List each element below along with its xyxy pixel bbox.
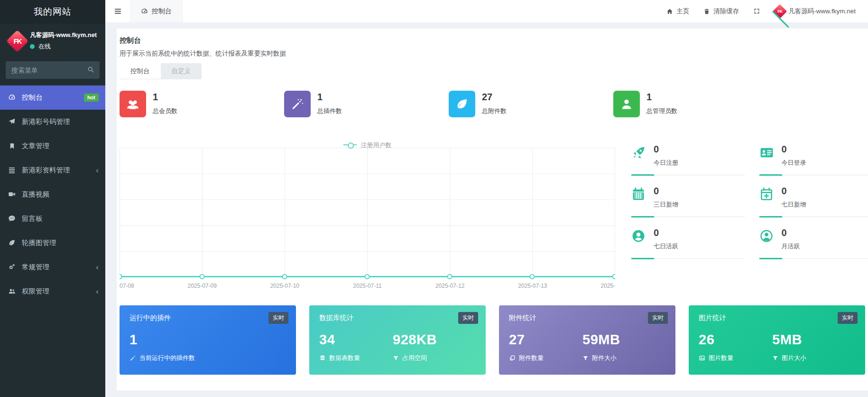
sidebar: 我的网站 FK 凡客源码-www.fkym.net 在线 控制台 hot 新港彩…	[0, 0, 105, 397]
mini-stat-today-register: 0 今日注册	[631, 144, 745, 175]
sidebar-toggle-button[interactable]	[105, 0, 130, 22]
chart-point	[282, 274, 287, 279]
page-description: 用于展示当前系统中的统计数据、统计报表及重要实时数据	[120, 49, 868, 58]
mini-stat-7day-new: 0 七日新增	[759, 186, 868, 217]
stat-label: 总会员数	[153, 107, 177, 115]
tab-custom[interactable]: 自定义	[161, 63, 202, 79]
card-value-2: 928KB	[393, 332, 437, 348]
x-tick: 2025-07-09	[187, 283, 216, 289]
copy-icon	[509, 355, 516, 361]
sidebar-item-permissions[interactable]: 权限管理 ‹	[0, 279, 105, 303]
online-status: 在线	[30, 42, 97, 51]
fullscreen-button[interactable]	[753, 8, 760, 15]
id-card-icon	[759, 144, 782, 167]
legend-marker-icon	[343, 144, 357, 145]
x-tick: 2025-07-13	[518, 283, 547, 289]
mini-stat-today-login: 0 今日登录	[759, 144, 868, 175]
bookmark-icon	[7, 142, 17, 151]
topbar-brand[interactable]: FK 凡客源码-www.fkym.net	[775, 6, 856, 17]
chart-point	[529, 274, 535, 279]
sidebar-item-articles[interactable]: 文章管理	[0, 134, 105, 158]
sidebar-item-number-manage[interactable]: 新港彩号码管理	[0, 110, 105, 134]
card-running-plugins: 运行中的插件 实时 1 当前运行中的插件数	[120, 305, 296, 375]
topbar-brand-label: 凡客源码-www.fkym.net	[788, 7, 856, 16]
chevron-left-icon: ‹	[96, 166, 99, 174]
sidebar-item-live-video[interactable]: 直播视频	[0, 182, 105, 207]
site-title: 我的网站	[0, 0, 105, 24]
summary-cards-row: 运行中的插件 实时 1 当前运行中的插件数 数据库统计 实时 34 928KB	[120, 305, 868, 375]
home-icon	[666, 8, 673, 15]
user-panel: FK 凡客源码-www.fkym.net 在线	[0, 24, 105, 57]
stats-row: 1 总会员数 1 总插件数 27 总附件数	[120, 91, 868, 117]
mini-stat-label: 今日登录	[782, 159, 806, 167]
sidebar-item-label: 新港彩号码管理	[22, 117, 70, 126]
realtime-badge: 实时	[838, 312, 858, 324]
clear-cache-button[interactable]: 清除缓存	[703, 7, 739, 16]
realtime-badge: 实时	[458, 312, 478, 324]
user-circle-outline-icon	[759, 227, 782, 251]
topbar-tab-dashboard[interactable]: 控制台	[130, 0, 183, 22]
mini-stat-7day-active: 0 七日活跃	[631, 227, 745, 259]
topbar-tab-label: 控制台	[152, 7, 172, 16]
mini-stat-3day-new: 0 三日新增	[631, 186, 745, 217]
sidebar-item-label: 权限管理	[22, 287, 49, 296]
database-icon	[319, 355, 326, 361]
brand-logo: FK	[773, 4, 787, 19]
legend-label: 注册用户数	[361, 142, 392, 149]
video-icon	[7, 190, 17, 199]
user-circle-icon	[631, 227, 654, 251]
mini-stat-value: 0	[654, 227, 678, 238]
sidebar-item-data-manage[interactable]: 新港彩资料管理 ‹	[0, 158, 105, 182]
card-value: 26	[699, 332, 772, 348]
panel-tabs: 控制台 自定义	[120, 63, 202, 79]
card-value: 34	[319, 332, 393, 348]
card-foot-label: 附件大小	[592, 354, 617, 362]
stat-value: 1	[317, 92, 342, 103]
x-tick: 07-08	[120, 283, 134, 289]
x-tick: 2025-07-14	[600, 283, 615, 289]
chart-point	[447, 274, 452, 279]
brand-name: 凡客源码-www.fkym.net	[30, 31, 97, 38]
card-title: 图片统计	[699, 313, 855, 322]
card-value-2: 59MB	[582, 332, 620, 348]
realtime-badge: 实时	[648, 312, 668, 324]
chevron-left-icon: ‹	[96, 263, 99, 271]
card-attachment-stats: 附件统计 实时 27 59MB 附件数量 附件大小	[499, 305, 675, 375]
card-foot-label: 图片大小	[782, 354, 806, 362]
chart-legend[interactable]: 注册用户数	[120, 141, 615, 150]
search-icon	[87, 66, 94, 73]
stat-value: 27	[482, 92, 507, 103]
sidebar-item-carousel[interactable]: 轮播图管理	[0, 231, 105, 255]
magic-wand-icon	[284, 91, 311, 117]
stat-total-members: 1 总会员数	[120, 91, 284, 117]
card-value: 27	[509, 332, 582, 348]
paper-plane-icon	[7, 118, 17, 126]
tab-dashboard[interactable]: 控制台	[120, 63, 161, 79]
card-title: 附件统计	[509, 313, 665, 322]
stat-value: 1	[153, 92, 177, 103]
image-icon	[699, 355, 705, 361]
card-title: 运行中的插件	[129, 313, 286, 322]
search-input[interactable]	[6, 61, 100, 79]
sidebar-item-message-board[interactable]: 留言板	[0, 207, 105, 231]
mini-stat-label: 七日活跃	[654, 242, 678, 251]
hot-badge: hot	[84, 94, 99, 102]
filter-icon	[393, 355, 399, 361]
mini-stat-label: 月活跃	[782, 242, 800, 251]
gears-icon	[7, 263, 17, 272]
home-button[interactable]: 主页	[666, 7, 689, 16]
calendar-icon	[631, 186, 654, 209]
chart-x-axis: 07-08 2025-07-09 2025-07-10 2025-07-11 2…	[120, 281, 615, 293]
sidebar-item-label: 常规管理	[22, 263, 49, 272]
card-foot-label: 附件数量	[519, 354, 544, 362]
sidebar-item-label: 留言板	[22, 214, 43, 223]
sidebar-item-general-manage[interactable]: 常规管理 ‹	[0, 255, 105, 279]
x-tick: 2025-07-10	[270, 283, 299, 289]
sidebar-menu: 控制台 hot 新港彩号码管理 文章管理 新港彩资料管理 ‹ 直播视频 留言板 …	[0, 85, 105, 303]
content-area: 控制台 用于展示当前系统中的统计数据、统计报表及重要实时数据 控制台 自定义 1…	[105, 22, 868, 397]
mini-stat-value: 0	[782, 186, 806, 197]
gauge-icon	[141, 8, 148, 15]
online-dot-icon	[30, 44, 35, 49]
sidebar-item-dashboard[interactable]: 控制台 hot	[0, 85, 105, 110]
card-foot-label: 数据表数量	[329, 354, 360, 362]
